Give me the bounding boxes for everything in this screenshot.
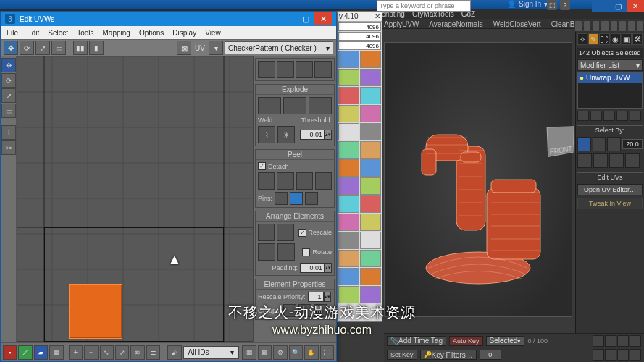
tool-ribbon-3[interactable] <box>592 20 600 32</box>
modifier-stack[interactable]: ● Unwrap UVW <box>577 72 643 109</box>
uvw-minimize[interactable]: — <box>280 12 297 25</box>
sel-grow2[interactable]: ⤡ <box>100 345 114 360</box>
detach-check[interactable]: ✓ <box>258 162 266 170</box>
menu-edit[interactable]: Edit <box>27 29 39 37</box>
uv-selected-island[interactable] <box>69 284 122 339</box>
help-search-input[interactable] <box>377 1 470 11</box>
autokey-button[interactable]: Auto Key <box>449 336 483 346</box>
pal-btn-22[interactable] <box>360 232 381 249</box>
tool-ribbon-1[interactable] <box>574 20 582 32</box>
view-options[interactable]: ⚙ <box>273 345 287 360</box>
nav-play[interactable] <box>605 335 616 347</box>
view-texture[interactable]: ▩ <box>258 345 272 360</box>
tool-scale[interactable]: ⤢ <box>35 41 50 55</box>
sel-edge[interactable] <box>593 137 606 151</box>
pal-btn-27[interactable] <box>338 286 359 303</box>
rotate-check[interactable] <box>302 248 310 256</box>
maximize-button[interactable]: ▢ <box>609 0 627 12</box>
pal-btn-20[interactable] <box>360 214 381 231</box>
qt-align-l[interactable] <box>258 61 275 78</box>
rollout-edituvs-header[interactable]: Edit UVs <box>577 172 643 182</box>
tool-mirror-v[interactable]: ▮ <box>89 41 104 55</box>
padding-value[interactable]: 0.01 <box>300 263 325 273</box>
tweak-in-view-button[interactable]: Tweak In View <box>577 198 643 209</box>
menu-tools[interactable]: Tools <box>77 29 93 37</box>
menu-mapping[interactable]: Mapping <box>103 29 130 37</box>
pack-3[interactable] <box>258 243 275 261</box>
peel-quick[interactable] <box>258 172 275 190</box>
pal-btn-23[interactable] <box>338 250 359 267</box>
nav-end[interactable] <box>630 335 641 347</box>
left-rotate[interactable]: ⟳ <box>1 73 16 88</box>
explode-3[interactable] <box>309 97 332 114</box>
left-weld[interactable]: ⌇ <box>1 125 16 140</box>
pal-btn-6[interactable] <box>360 87 381 104</box>
sel-shrink[interactable] <box>593 153 608 168</box>
weld-btn[interactable]: ⌇ <box>258 126 275 143</box>
open-uv-editor-button[interactable]: Open UV Editor… <box>577 184 643 195</box>
stack-unwrap-uvw[interactable]: ● Unwrap UVW <box>578 73 642 83</box>
pal-btn-21[interactable] <box>338 232 359 249</box>
sel-threshold[interactable]: 20.0 <box>622 139 643 149</box>
current-frame[interactable]: 0 <box>480 350 501 360</box>
view-pan[interactable]: ✋ <box>304 345 318 360</box>
sel-loop[interactable] <box>625 153 640 168</box>
left-free[interactable]: ▭ <box>1 104 16 118</box>
pal-btn-18[interactable] <box>360 195 381 213</box>
pal-btn-10[interactable] <box>360 123 381 140</box>
rescale-priority-value[interactable]: 1 <box>308 292 324 302</box>
pal-btn-15[interactable] <box>338 177 359 195</box>
keymode-dropdown[interactable]: Selected ▾ <box>486 336 525 346</box>
rollout-explode-header[interactable]: Explode <box>256 85 334 95</box>
cp-tab-hierarchy[interactable]: ⛶ <box>599 33 609 45</box>
script-applyuvw[interactable]: ApplyUVW <box>384 20 419 28</box>
close-button[interactable]: ✕ <box>627 0 644 12</box>
tool-rotate[interactable]: ⟳ <box>20 41 34 55</box>
help-icon[interactable]: ? <box>560 0 570 10</box>
pal-btn-28[interactable] <box>360 286 381 303</box>
rescale-priority-spinner[interactable]: ▴▾ <box>324 292 331 302</box>
pal-btn-8[interactable] <box>360 105 381 122</box>
uvw-maximize[interactable]: ▢ <box>297 12 314 25</box>
pal-btn-16[interactable] <box>360 177 381 195</box>
stack-show[interactable] <box>590 111 602 121</box>
qt-align-r[interactable] <box>277 61 294 78</box>
pal-btn-2[interactable] <box>360 51 381 68</box>
threshold-spinner[interactable]: ▴▾ <box>325 130 332 140</box>
pal-btn-26[interactable] <box>360 268 381 285</box>
sel-vertex[interactable] <box>577 137 591 151</box>
left-scale[interactable]: ⤢ <box>1 88 16 103</box>
tool-ribbon-7[interactable] <box>627 20 635 32</box>
rollout-arrange-header[interactable]: Arrange Elements <box>256 211 334 222</box>
map-dropdown[interactable]: CheckerPattern ( Checker )▾ <box>225 41 333 54</box>
pal-size-h[interactable]: 4096 <box>338 32 381 41</box>
sel-sub[interactable]: － <box>84 345 98 360</box>
cp-tab-motion[interactable]: ◉ <box>611 33 621 45</box>
rollout-elprops-header[interactable]: Element Properties <box>256 279 334 290</box>
rollout-selectby-header[interactable]: Select By: <box>577 125 643 135</box>
minimize-button[interactable]: — <box>592 0 609 12</box>
pal-btn-7[interactable] <box>338 105 359 122</box>
viewcube[interactable]: FRONT <box>547 126 574 157</box>
pal-btn-9[interactable] <box>338 123 359 140</box>
stack-pin[interactable] <box>577 111 589 121</box>
pin-remove[interactable] <box>290 192 303 205</box>
vp-orbit[interactable] <box>605 349 616 361</box>
tool-checker[interactable]: ▩ <box>177 41 191 55</box>
stack-config[interactable] <box>630 111 641 121</box>
pal-btn-11[interactable] <box>338 141 359 159</box>
cp-tab-display[interactable]: ▣ <box>622 33 632 45</box>
left-move[interactable]: ✥ <box>1 58 16 72</box>
nav-prevkey[interactable] <box>593 335 604 347</box>
nav-nextkey[interactable] <box>617 335 629 347</box>
uv-canvas[interactable]: ▲ <box>17 56 253 342</box>
tool-freeform[interactable]: ▭ <box>51 41 66 55</box>
pal-btn-5[interactable] <box>338 87 359 104</box>
qt-align-b[interactable] <box>314 61 332 78</box>
script-weldclose[interactable]: WeldCloseVert <box>493 20 541 28</box>
tool-ribbon-5[interactable] <box>610 20 618 32</box>
cp-tab-modify[interactable]: ✎ <box>588 33 598 45</box>
script-avgnormals[interactable]: AverageNormals <box>429 20 482 28</box>
menu-file[interactable]: File <box>7 29 18 37</box>
view-zoom[interactable]: 🔍 <box>289 345 303 360</box>
